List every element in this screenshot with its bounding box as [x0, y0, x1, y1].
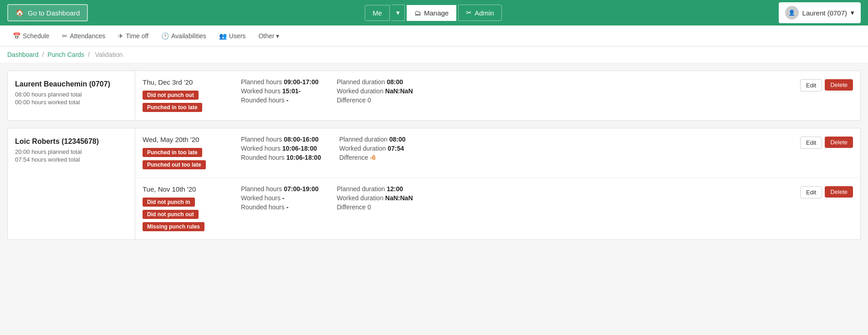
me-label: Me [373, 9, 382, 17]
planned-duration-value-1-1: 12:00 [387, 185, 403, 193]
entry-left-1-1: Tue, Nov 10th '20Did not punch inDid not… [143, 185, 234, 232]
planned-hours-value-1-0: 08:00-16:00 [284, 136, 318, 143]
breadcrumb-dashboard[interactable]: Dashboard [7, 51, 39, 58]
availabilities-label: Availabilities [171, 32, 206, 40]
punch-entry-1-1: Tue, Nov 10th '20Did not punch inDid not… [135, 178, 860, 239]
worked-duration-label-0-0: Worked duration NaN:NaN [337, 87, 413, 95]
employee-hours-worked-1: 07:54 hours worked total [15, 156, 128, 163]
punch-entries-0: Thu, Dec 3rd '20Did not punch outPunched… [135, 71, 860, 120]
delete-button-0-0[interactable]: Delete [825, 79, 853, 91]
difference-value-1-0: -6 [370, 154, 375, 161]
top-bar-left: 🏠 Go to Dashboard [7, 4, 88, 21]
rounded-hours-value-1-1: - [286, 203, 289, 211]
punch-entries-1: Wed, May 20th '20Punched in too latePunc… [135, 128, 860, 239]
entry-actions-1-1: EditDelete [800, 185, 853, 198]
badge-1-1-1: Did not punch out [143, 210, 199, 219]
edit-button-0-0[interactable]: Edit [800, 79, 822, 91]
entry-left-1-0: Wed, May 20th '20Punched in too latePunc… [143, 136, 234, 170]
employee-name-1: Loic Roberts (12345678) [15, 137, 128, 146]
planned-duration-value-0-0: 08:00 [387, 78, 403, 86]
main-content: Laurent Beauchemin (0707)08:00 hours pla… [0, 63, 868, 254]
hours-col-right-1-1: Planned duration 12:00 Worked duration N… [337, 185, 413, 211]
manage-label: Manage [424, 9, 449, 17]
employee-hours-planned-1: 20:00 hours planned total [15, 148, 128, 155]
user-label: Laurent (0707) [802, 9, 847, 17]
difference-label-1-1: Difference 0 [337, 203, 413, 211]
nav-timeoff[interactable]: ✈ Time off [112, 29, 154, 43]
entry-date-0-0: Thu, Dec 3rd '20 [143, 78, 234, 86]
planned-duration-value-1-0: 08:00 [389, 136, 406, 143]
user-menu-button[interactable]: 👤 Laurent (0707) ▾ [779, 2, 861, 23]
worked-hours-label-0-0: Worked hours 15:01- [241, 87, 318, 95]
rounded-hours-value-1-0: 10:06-18:00 [286, 154, 321, 161]
users-label: Users [229, 32, 246, 40]
me-button[interactable]: Me [365, 5, 390, 21]
delete-button-1-0[interactable]: Delete [825, 137, 853, 148]
planned-duration-label-0-0: Planned duration 08:00 [337, 78, 413, 86]
top-bar-right: 👤 Laurent (0707) ▾ [779, 2, 861, 23]
badges-col-1-0: Punched in too latePunched out too late [143, 147, 234, 170]
punch-entry-1-0: Wed, May 20th '20Punched in too latePunc… [135, 128, 860, 178]
badges-col-1-1: Did not punch inDid not punch outMissing… [143, 197, 234, 232]
rounded-hours-label-0-0: Rounded hours - [241, 96, 318, 104]
badge-1-1-0: Did not punch in [143, 198, 195, 207]
avatar: 👤 [785, 6, 799, 20]
breadcrumb-punch-cards[interactable]: Punch Cards [47, 51, 84, 58]
employee-info-0: Laurent Beauchemin (0707)08:00 hours pla… [8, 71, 135, 120]
planned-hours-value-1-1: 07:00-19:00 [284, 185, 318, 193]
manage-button[interactable]: 🗂 Manage [407, 5, 456, 21]
badge-0-0-0: Did not punch out [143, 91, 199, 100]
dashboard-button[interactable]: 🏠 Go to Dashboard [7, 4, 88, 21]
employee-hours-planned-0: 08:00 hours planned total [15, 91, 128, 98]
timeoff-label: Time off [126, 32, 148, 40]
planned-duration-label-1-1: Planned duration 12:00 [337, 185, 413, 193]
users-icon: 👥 [219, 32, 227, 40]
worked-duration-value-1-0: 07:54 [388, 145, 404, 152]
rounded-hours-label-1-0: Rounded hours 10:06-18:00 [241, 154, 321, 161]
schedule-label: Schedule [23, 32, 49, 40]
nav-attendances[interactable]: ✂ Attendances [56, 29, 111, 43]
me-dropdown-button[interactable]: ▾ [392, 5, 405, 21]
badge-1-0-0: Punched in too late [143, 148, 202, 157]
hours-col-left-1-1: Planned hours 07:00-19:00 Worked hours -… [241, 185, 318, 211]
manage-briefcase-icon: 🗂 [414, 9, 421, 17]
difference-label-1-0: Difference -6 [339, 154, 406, 161]
punch-entry-0-0: Thu, Dec 3rd '20Did not punch outPunched… [135, 71, 860, 120]
worked-duration-label-1-0: Worked duration 07:54 [339, 145, 406, 152]
top-bar-center: Me ▾ 🗂 Manage ✂ Admin [365, 5, 502, 21]
worked-duration-value-1-1: NaN:NaN [385, 194, 413, 202]
entry-hours-0-0: Planned hours 09:00-17:00 Worked hours 1… [241, 78, 793, 104]
home-icon: 🏠 [15, 9, 24, 17]
employee-hours-worked-0: 00:00 hours worked total [15, 99, 128, 106]
edit-button-1-1[interactable]: Edit [800, 186, 822, 198]
attendances-icon: ✂ [62, 32, 67, 40]
me-dropdown-icon: ▾ [396, 9, 400, 17]
entry-date-1-0: Wed, May 20th '20 [143, 136, 234, 143]
attendances-label: Attendances [70, 32, 105, 40]
user-dropdown-icon: ▾ [851, 9, 854, 17]
nav-users[interactable]: 👥 Users [214, 29, 251, 43]
breadcrumb-separator-1: / [42, 51, 46, 58]
breadcrumb: Dashboard / Punch Cards / Validation [0, 46, 868, 63]
worked-hours-label-1-1: Worked hours - [241, 194, 318, 202]
breadcrumb-separator-2: / [88, 51, 92, 58]
hours-col-left-1-0: Planned hours 08:00-16:00 Worked hours 1… [241, 136, 321, 161]
delete-button-1-1[interactable]: Delete [825, 186, 853, 198]
nav-other[interactable]: Other ▾ [253, 29, 285, 43]
worked-hours-value-1-1: - [282, 194, 285, 202]
planned-duration-label-1-0: Planned duration 08:00 [339, 136, 406, 143]
hours-col-right-1-0: Planned duration 08:00 Worked duration 0… [339, 136, 406, 161]
entry-date-1-1: Tue, Nov 10th '20 [143, 185, 234, 193]
rounded-hours-label-1-1: Rounded hours - [241, 203, 318, 211]
admin-button[interactable]: ✂ Admin [458, 5, 502, 21]
other-label: Other ▾ [258, 32, 279, 40]
nav-availabilities[interactable]: 🕐 Availabilities [156, 29, 212, 43]
employee-info-1: Loic Roberts (12345678)20:00 hours plann… [8, 128, 135, 239]
employee-record-1: Loic Roberts (12345678)20:00 hours plann… [7, 128, 861, 240]
nav-schedule[interactable]: 📅 Schedule [7, 29, 55, 43]
badge-0-0-1: Punched in too late [143, 103, 202, 112]
edit-button-1-0[interactable]: Edit [800, 137, 822, 149]
dashboard-label: Go to Dashboard [28, 9, 80, 17]
timeoff-icon: ✈ [118, 32, 123, 40]
badge-1-0-1: Punched out too late [143, 160, 206, 169]
